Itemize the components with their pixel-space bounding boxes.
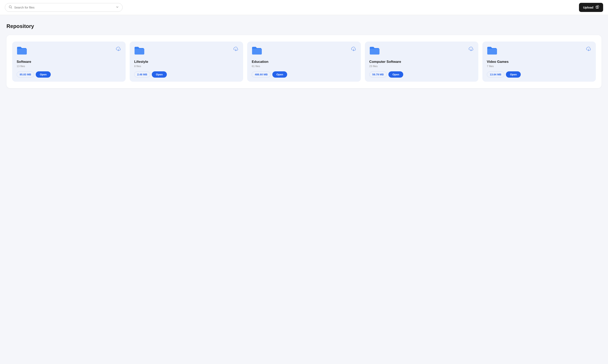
folder-icon (252, 46, 262, 56)
search-chevron-icon (116, 6, 119, 9)
open-button-lifestyle[interactable]: Open (152, 71, 167, 78)
cloud-download-icon[interactable] (351, 46, 356, 52)
folder-card-top (252, 46, 356, 56)
open-button-software[interactable]: Open (36, 71, 51, 78)
folder-name: Computer Software (369, 60, 474, 64)
folder-files: 8 files (134, 65, 239, 68)
header: Upload (0, 0, 608, 15)
folder-files: 61 files (252, 65, 356, 68)
folder-name: Video Games (487, 60, 591, 64)
repo-container: Software 13 files 85.83 MB Open (6, 35, 602, 88)
folder-footer: 59.79 MB Open (369, 71, 474, 78)
folder-files: 7 files (487, 65, 591, 68)
svg-line-1 (11, 8, 12, 9)
cloud-download-icon[interactable] (586, 46, 591, 52)
open-button-computer-software[interactable]: Open (388, 71, 403, 78)
main-content: Repository Software (0, 15, 608, 96)
cloud-download-icon[interactable] (115, 46, 121, 52)
folder-icon (369, 46, 380, 56)
upload-button[interactable]: Upload (579, 3, 603, 12)
folder-size: 2.48 MB (134, 72, 150, 78)
upload-label: Upload (583, 6, 593, 9)
page-title: Repository (6, 23, 602, 29)
folder-icon (134, 46, 145, 56)
folder-card-software: Software 13 files 85.83 MB Open (12, 41, 126, 82)
folder-size: 13.64 MB (487, 72, 504, 78)
folder-card-lifestyle: Lifestyle 8 files 2.48 MB Open (130, 41, 243, 82)
folder-footer: 13.64 MB Open (487, 71, 591, 78)
cloud-download-icon[interactable] (468, 46, 474, 52)
folder-card-top (17, 46, 121, 56)
folder-footer: 85.83 MB Open (17, 71, 121, 78)
folder-card-video-games: Video Games 7 files 13.64 MB Open (482, 41, 596, 82)
folder-icon (487, 46, 497, 56)
folder-card-top (134, 46, 239, 56)
folder-grid: Software 13 files 85.83 MB Open (12, 41, 596, 82)
folder-footer: 2.48 MB Open (134, 71, 239, 78)
folder-footer: 488.60 MB Open (252, 71, 356, 78)
search-container (5, 3, 123, 12)
cloud-download-icon[interactable] (233, 46, 239, 52)
folder-card-top (369, 46, 474, 56)
folder-size: 59.79 MB (369, 72, 387, 78)
folder-card-education: Education 61 files 488.60 MB Open (247, 41, 361, 82)
folder-card-top (487, 46, 591, 56)
folder-name: Software (17, 60, 121, 64)
folder-icon (17, 46, 27, 56)
folder-size: 85.83 MB (17, 72, 34, 78)
folder-name: Education (252, 60, 356, 64)
open-button-video-games[interactable]: Open (506, 71, 521, 78)
search-input[interactable] (14, 6, 114, 9)
open-button-education[interactable]: Open (272, 71, 287, 78)
upload-icon (595, 5, 599, 10)
folder-name: Lifestyle (134, 60, 239, 64)
folder-size: 488.60 MB (252, 72, 271, 78)
folder-files: 23 files (369, 65, 474, 68)
search-icon (9, 5, 12, 10)
folder-card-computer-software: Computer Software 23 files 59.79 MB Open (365, 41, 478, 82)
folder-files: 13 files (17, 65, 121, 68)
